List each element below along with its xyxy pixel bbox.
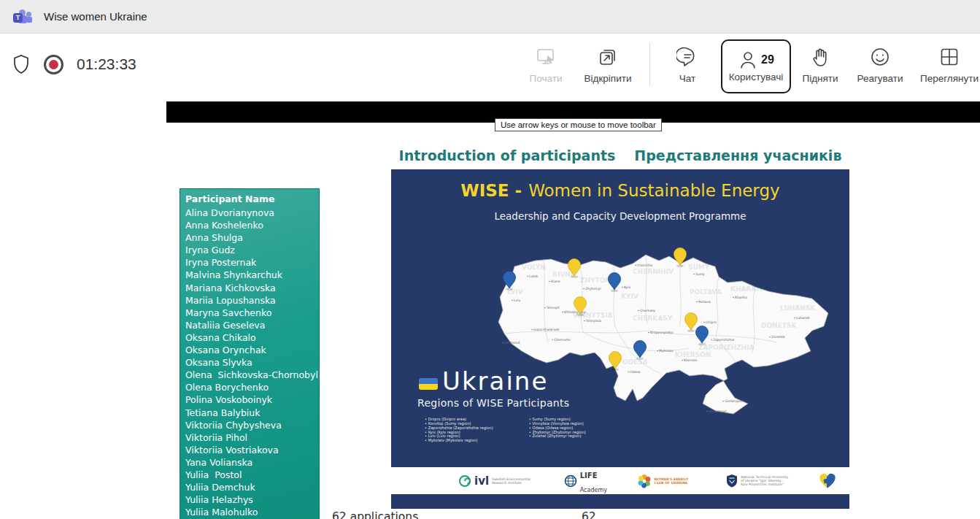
heart-logo: [819, 473, 836, 489]
map-city-label: Cherkasy: [640, 309, 655, 312]
participant-row: Yuliia Helazhys: [180, 493, 319, 506]
map-city-label: Rivne: [551, 280, 560, 283]
bottom-caption-right: 62: [582, 510, 596, 519]
legend-right-column: Sumy (Sumy region)Vinnytsia (Vinnytsia r…: [529, 418, 630, 439]
participant-row: Nataliia Geseleva: [180, 319, 319, 331]
kpi-logo: National Technical University of Ukraine…: [726, 474, 789, 488]
legend-item: Mykolaiv (Mykolaiv region): [425, 439, 525, 443]
map-city-dot: [733, 297, 734, 299]
participant-row: Oksana Orynchak: [180, 344, 319, 356]
map-city-dot: [703, 322, 705, 323]
unpin-button[interactable]: Відкріпити: [575, 44, 641, 84]
map-city-dot: [512, 300, 513, 301]
participant-row: Tetiana Balybiuk: [180, 407, 319, 419]
map-caption: Regions of WISE Participants: [417, 397, 569, 409]
map-city-dot: [657, 350, 658, 352]
map-region-label: KYIV: [621, 293, 638, 300]
map-city-label: Sevastopol: [709, 410, 727, 413]
map-city-label: Kyiv: [624, 285, 631, 289]
recording-indicator: [44, 55, 63, 74]
participant-row: Anna Koshelenko: [180, 219, 319, 231]
participant-row: Alina Dvorianynova: [180, 207, 319, 219]
university-shield-icon: [726, 474, 738, 488]
participant-row: Yuliia Postol: [180, 469, 319, 481]
map-city-label: Khmelnytskyi: [564, 310, 586, 314]
participant-row: Maryna Savchenko: [180, 307, 319, 319]
life-academy-logo: LIFE Academy: [564, 467, 607, 495]
participant-row: Yuliia Malohulko: [180, 506, 319, 518]
raise-hand-button[interactable]: Підняти: [787, 44, 853, 84]
map-city-label: Chernihiv: [637, 264, 653, 267]
map-city-dot: [635, 265, 636, 266]
map-city-label: Lviv: [514, 299, 520, 302]
start-sharing-button[interactable]: Почати: [513, 44, 579, 84]
slide-subtitle: Leadership and Capacity Development Prog…: [391, 210, 849, 222]
participant-row: Malvina Shynkarchuk: [180, 269, 319, 281]
participant-row: Olena Sichkovska-Chornobyl: [180, 369, 319, 381]
participant-row: Anna Shulga: [180, 231, 319, 244]
map-city-dot: [562, 312, 563, 313]
map-city-dot: [696, 301, 698, 303]
participant-row: Yana Volianska: [180, 456, 319, 469]
view-button[interactable]: Переглянути: [917, 44, 980, 84]
map-city-dot: [693, 274, 695, 275]
map-city-label: Mykolaiv: [659, 349, 674, 353]
participant-row: Iryna Posternak: [180, 256, 319, 269]
security-shield-icon: [12, 54, 31, 74]
chat-button[interactable]: Чат: [655, 44, 720, 84]
participant-row: Mariana Kichkovska: [180, 282, 319, 294]
map-city-label: Kherson: [684, 358, 698, 362]
slide-bottom-strip: [391, 494, 849, 509]
map-city-label: Ternopil: [546, 306, 560, 310]
map-city-dot: [722, 401, 724, 402]
map-city-dot: [706, 411, 708, 412]
map-region-label: CHERNIHIV: [633, 268, 674, 275]
ukraine-map: VOLYNRIVNEZHYTOMYRCHERNIHIVSUMYKYIVPOLTA…: [471, 245, 843, 438]
slide-heading: Introduction of participantsПредставленн…: [391, 147, 849, 164]
person-icon: [738, 50, 758, 69]
popout-icon: [597, 44, 619, 70]
slide-title: WISE -Women in Sustainable Energy: [391, 181, 849, 200]
country-label: Ukraine: [442, 366, 548, 396]
slide-heading-en: Introduction of participants: [399, 147, 616, 164]
heart-icon: [819, 473, 836, 489]
grid-view-icon: [938, 44, 960, 70]
legend-item: Zviahel (Zhytomyr region): [529, 434, 630, 439]
map-city-dot: [549, 281, 550, 282]
partner-logo-band: ivl Swedish Environmental Research Insti…: [391, 467, 849, 494]
participant-row: Viktoriia Pihol: [180, 431, 319, 444]
presentation-slide: WISE -Women in Sustainable Energy Leader…: [391, 169, 849, 509]
map-city-label: Lutsk: [529, 274, 538, 278]
participant-row: Polina Voskoboinyk: [180, 393, 319, 406]
map-region-label: LUHANSK: [780, 304, 816, 312]
ivl-logo: ivl Swedish Environmental Research Insti…: [458, 474, 534, 488]
globe-icon: [564, 474, 577, 488]
map-city-label: Odesa: [630, 370, 641, 374]
map-city-label: Vinnytsia: [586, 319, 601, 323]
map-city-label: Zaporizhzhia: [713, 338, 734, 342]
map-city-dot: [769, 337, 771, 338]
map-city-label: Dnipro: [706, 320, 717, 324]
react-button[interactable]: Реагувати: [847, 44, 913, 84]
map-city-dot: [552, 339, 553, 341]
map-city-dot: [711, 339, 712, 341]
participants-table: Participant Name Alina Dvorianynova Anna…: [180, 188, 320, 519]
map-region-label: POLTAVA: [690, 288, 722, 296]
ivl-swirl-icon: [458, 474, 471, 488]
map-city-label: Chernivtsi: [554, 338, 571, 342]
map-city-label: Simferopol: [725, 399, 742, 403]
toolbar-divider: [649, 42, 650, 86]
legend-left-column: Dnipro (Dnipro area)Konotop (Sumy region…: [425, 418, 525, 443]
map-city-label: Sumy: [695, 272, 705, 276]
participants-button[interactable]: 29 Користувачі: [721, 39, 791, 93]
map-city-label: Luhansk: [796, 316, 810, 320]
participant-row: Yuliia Demchuk: [180, 481, 319, 493]
participant-row: Viktoriia Chybysheva: [180, 419, 319, 431]
map-city-label: Poltava: [698, 300, 711, 304]
slide-heading-uk: Представлення учасників: [634, 147, 841, 164]
map-city-dot: [544, 307, 546, 309]
map-city-dot: [622, 287, 623, 288]
ukraine-flag-icon: [419, 378, 438, 390]
share-screen-icon: [535, 44, 557, 70]
window-titlebar: T Wise women Ukraine: [0, 0, 980, 34]
